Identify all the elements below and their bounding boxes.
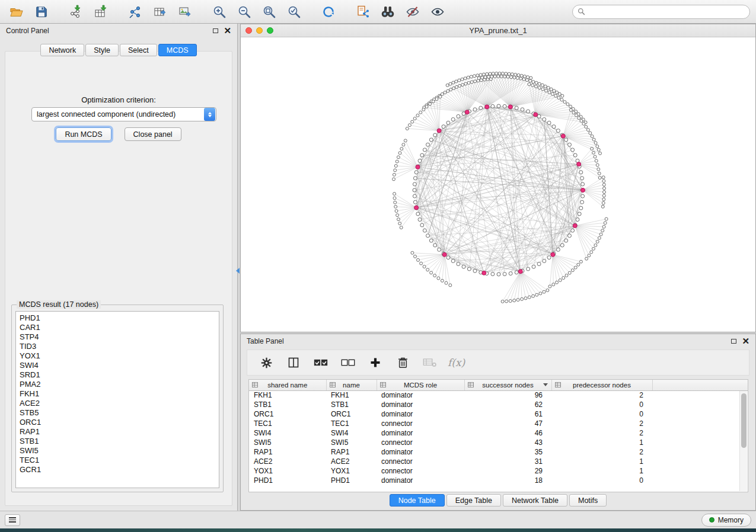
mcds-list-item[interactable]: PHD1 — [20, 313, 219, 323]
cell-predecessor-nodes[interactable]: 0 — [551, 400, 652, 409]
table-row[interactable]: RAP1RAP1dominator352 — [249, 447, 748, 457]
export-table-button[interactable] — [149, 3, 171, 21]
node-table[interactable]: shared namenameMCDS rolesuccessor nodesp… — [249, 380, 748, 485]
table-row[interactable]: PHD1PHD1dominator180 — [249, 476, 748, 485]
cell-successor-nodes[interactable]: 43 — [464, 438, 551, 447]
table-row[interactable]: YOX1YOX1connector291 — [249, 466, 748, 476]
cell-shared-name[interactable]: RAP1 — [249, 447, 326, 457]
cell-name[interactable]: SWI4 — [326, 428, 377, 438]
tab-motifs[interactable]: Motifs — [569, 494, 607, 507]
cell-MCDS-role[interactable]: connector — [377, 438, 464, 447]
close-table-panel-icon[interactable]: ✕ — [742, 338, 749, 344]
cell-MCDS-role[interactable]: dominator — [377, 447, 464, 457]
import-table-button[interactable] — [90, 3, 111, 21]
mcds-list-item[interactable]: ORC1 — [20, 418, 219, 427]
cell-shared-name[interactable]: FKH1 — [249, 390, 326, 400]
show-all-button[interactable] — [427, 3, 448, 21]
mcds-list-item[interactable]: RAP1 — [20, 427, 219, 437]
cell-predecessor-nodes[interactable]: 2 — [551, 428, 652, 438]
cell-predecessor-nodes[interactable]: 2 — [551, 419, 652, 428]
import-network-button[interactable] — [65, 3, 87, 21]
save-button[interactable] — [31, 3, 52, 21]
column-header-name[interactable]: name — [326, 380, 377, 390]
cell-name[interactable]: RAP1 — [326, 447, 377, 457]
memory-button[interactable]: Memory — [701, 514, 751, 527]
table-row[interactable]: SWI4SWI4dominator462 — [249, 428, 748, 438]
cell-predecessor-nodes[interactable]: 2 — [551, 447, 652, 457]
zoom-fit-button[interactable] — [259, 3, 280, 21]
cell-successor-nodes[interactable]: 35 — [464, 447, 551, 457]
zoom-in-button[interactable] — [209, 3, 230, 21]
cell-predecessor-nodes[interactable]: 1 — [551, 466, 652, 476]
mcds-list-item[interactable]: STB5 — [20, 408, 219, 418]
cell-name[interactable]: ACE2 — [326, 457, 377, 466]
clone-network-button[interactable] — [352, 3, 374, 21]
cell-shared-name[interactable]: ACE2 — [249, 457, 326, 466]
cell-name[interactable]: PHD1 — [326, 476, 377, 485]
cell-shared-name[interactable]: PHD1 — [249, 476, 326, 485]
table-row[interactable]: ACE2ACE2connector311 — [249, 457, 748, 466]
cell-MCDS-role[interactable]: connector — [377, 457, 464, 466]
cell-shared-name[interactable]: YOX1 — [249, 466, 326, 476]
cell-predecessor-nodes[interactable]: 1 — [551, 438, 652, 447]
refresh-button[interactable] — [318, 3, 339, 21]
cell-MCDS-role[interactable]: connector — [377, 466, 464, 476]
mcds-list-item[interactable]: SWI4 — [20, 361, 219, 370]
tab-node-table[interactable]: Node Table — [390, 494, 445, 507]
mcds-list-item[interactable]: GCR1 — [20, 465, 219, 475]
deselect-all-button[interactable] — [339, 354, 358, 371]
table-row[interactable]: TEC1TEC1connector472 — [249, 419, 748, 428]
cell-successor-nodes[interactable]: 18 — [464, 476, 551, 485]
tab-network[interactable]: Network — [40, 44, 84, 56]
close-panel-icon[interactable]: ✕ — [224, 28, 231, 34]
table-row[interactable]: ORC1ORC1dominator610 — [249, 409, 748, 419]
network-graph[interactable] — [241, 37, 755, 332]
table-row[interactable]: STB1STB1dominator620 — [249, 400, 748, 409]
cell-MCDS-role[interactable]: connector — [377, 419, 464, 428]
cell-MCDS-role[interactable]: dominator — [377, 428, 464, 438]
column-header-shared-name[interactable]: shared name — [249, 380, 326, 390]
mcds-list-item[interactable]: ACE2 — [20, 399, 219, 408]
cell-MCDS-role[interactable]: dominator — [377, 390, 464, 400]
tab-mcds[interactable]: MCDS — [158, 44, 197, 56]
float-panel-icon[interactable] — [213, 28, 218, 33]
table-row[interactable]: FKH1FKH1dominator962 — [249, 390, 748, 400]
zoom-out-button[interactable] — [234, 3, 255, 21]
cell-name[interactable]: YOX1 — [326, 466, 377, 476]
cell-name[interactable]: FKH1 — [326, 390, 377, 400]
cell-shared-name[interactable]: SWI5 — [249, 438, 326, 447]
cell-successor-nodes[interactable]: 47 — [464, 419, 551, 428]
column-header-successor-nodes[interactable]: successor nodes — [464, 380, 551, 390]
optimization-dropdown[interactable]: largest connected component (undirected) — [31, 107, 216, 121]
cell-shared-name[interactable]: SWI4 — [249, 428, 326, 438]
open-file-button[interactable] — [6, 3, 27, 21]
scrollbar-thumb[interactable] — [741, 393, 747, 448]
cell-shared-name[interactable]: ORC1 — [249, 409, 326, 419]
delete-column-button[interactable] — [393, 354, 412, 371]
cell-predecessor-nodes[interactable]: 1 — [551, 457, 652, 466]
column-header-predecessor-nodes[interactable]: predecessor nodes — [551, 380, 652, 390]
mcds-list-item[interactable]: YOX1 — [20, 351, 219, 361]
close-panel-button[interactable]: Close panel — [125, 127, 181, 141]
mcds-result-list[interactable]: PHD1CAR1STP4TID3YOX1SWI4SRD1PMA2FKH1ACE2… — [15, 311, 219, 488]
cell-successor-nodes[interactable]: 62 — [464, 400, 551, 409]
mcds-list-item[interactable]: SWI5 — [20, 446, 219, 456]
cell-shared-name[interactable]: STB1 — [249, 400, 326, 409]
panel-menu-button[interactable] — [5, 514, 20, 526]
table-row[interactable]: SWI5SWI5connector431 — [249, 438, 748, 447]
cell-MCDS-role[interactable]: dominator — [377, 409, 464, 419]
mcds-list-item[interactable]: TID3 — [20, 342, 219, 351]
run-mcds-button[interactable]: Run MCDS — [56, 127, 111, 141]
show-columns-button[interactable] — [284, 354, 303, 371]
cell-successor-nodes[interactable]: 96 — [464, 390, 551, 400]
cell-name[interactable]: SWI5 — [326, 438, 377, 447]
cell-successor-nodes[interactable]: 29 — [464, 466, 551, 476]
cell-MCDS-role[interactable]: dominator — [377, 476, 464, 485]
zoom-selected-button[interactable] — [283, 3, 305, 21]
tab-style[interactable]: Style — [85, 44, 119, 56]
network-window-titlebar[interactable]: YPA_prune.txt_1 — [241, 24, 755, 37]
cell-predecessor-nodes[interactable]: 0 — [551, 409, 652, 419]
table-scrollbar[interactable] — [739, 391, 747, 491]
cell-predecessor-nodes[interactable]: 2 — [551, 390, 652, 400]
cell-MCDS-role[interactable]: dominator — [377, 400, 464, 409]
